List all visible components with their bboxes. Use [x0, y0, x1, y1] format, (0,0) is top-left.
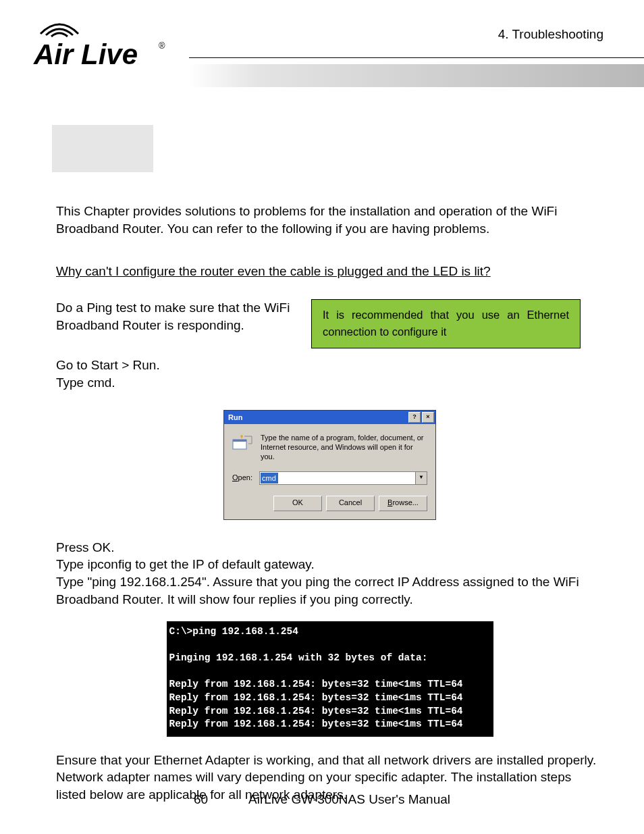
ping-cmd-text: Type "ping 192.168.1.254". Assure that y… — [56, 573, 603, 608]
svg-text:®: ® — [159, 41, 165, 51]
run-dialog: Run ? × Type the name — [223, 410, 436, 519]
run-titlebar: Run ? × — [224, 411, 435, 424]
header-gradient — [189, 64, 644, 87]
intro-paragraph: This Chapter provides solutions to probl… — [56, 203, 603, 237]
help-button[interactable]: ? — [408, 412, 421, 423]
instruction-row: Do a Ping test to make sure that the WiF… — [56, 299, 603, 348]
question-heading: Why can't I configure the router even th… — [56, 263, 603, 280]
page-number: 60 — [194, 792, 208, 807]
run-message: Type the name of a program, folder, docu… — [261, 434, 427, 461]
body-content: This Chapter provides solutions to probl… — [56, 203, 603, 817]
cmd-output: C:\>ping 192.168.1.254 Pinging 192.168.1… — [167, 621, 493, 737]
open-value: cmd — [261, 473, 278, 484]
page-header: Air Live ® 4. Troubleshooting — [0, 0, 644, 95]
run-steps: Go to Start > Run. Type cmd. — [56, 357, 603, 391]
ping-instruction: Do a Ping test to make sure that the WiF… — [56, 299, 292, 334]
press-ok-text: Press OK. — [56, 539, 603, 556]
ipconfig-text: Type ipconfig to get the IP of default g… — [56, 556, 603, 573]
page-footer: 60 AirLive GW-300NAS User's Manual — [0, 792, 644, 807]
step-cmd: Type cmd. — [56, 374, 603, 392]
divider-line — [189, 57, 644, 58]
page: Air Live ® 4. Troubleshooting This Chapt… — [0, 0, 644, 834]
open-input[interactable]: cmd ▼ — [259, 471, 427, 485]
tip-box: It is recommended that you use an Ethern… — [311, 299, 581, 348]
browse-button[interactable]: Browse... — [379, 496, 427, 511]
run-title-text: Run — [228, 413, 242, 423]
step-run: Go to Start > Run. — [56, 357, 603, 374]
airlive-logo: Air Live ® — [27, 14, 169, 80]
doc-title: AirLive GW-300NAS User's Manual — [248, 792, 450, 807]
svg-rect-3 — [233, 440, 246, 442]
run-icon — [232, 434, 252, 451]
svg-text:Air Live: Air Live — [33, 38, 138, 70]
chapter-box — [52, 125, 153, 172]
close-button[interactable]: × — [422, 412, 434, 423]
open-label: Open: — [232, 473, 252, 483]
section-label: 4. Troubleshooting — [498, 27, 603, 42]
cancel-button[interactable]: Cancel — [326, 496, 375, 511]
dropdown-button[interactable]: ▼ — [415, 472, 427, 484]
ok-button[interactable]: OK — [273, 496, 322, 511]
